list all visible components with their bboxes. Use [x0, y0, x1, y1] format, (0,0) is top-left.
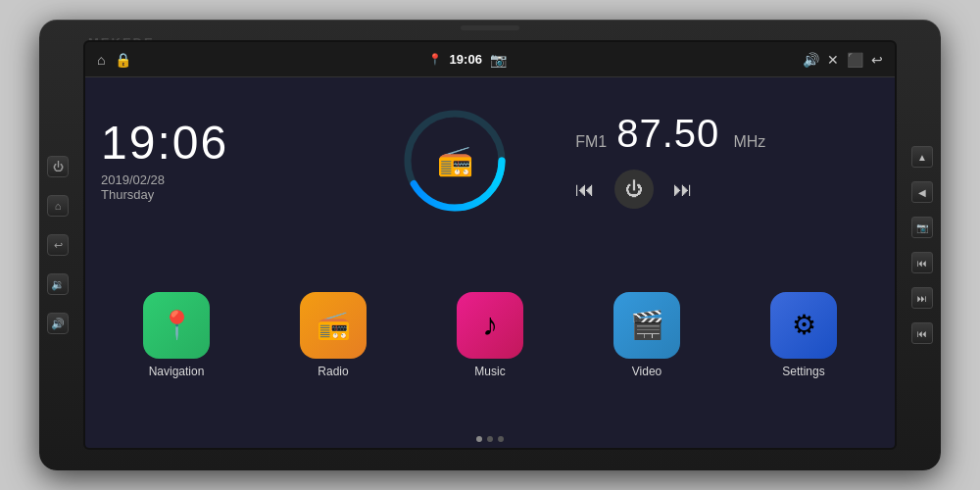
camera-button-right[interactable]: 📷 [911, 217, 933, 238]
app-navigation[interactable]: 📍 Navigation [105, 292, 248, 378]
nav-arrow-right[interactable]: ◀ [911, 181, 933, 203]
dot-3 [498, 436, 504, 442]
status-bar: ⌂ 🔒 📍 19:06 📷 🔊 ✕ ⬛ ↩ [85, 42, 895, 77]
app-settings[interactable]: ⚙ Settings [732, 292, 875, 378]
close-status-icon[interactable]: ✕ [827, 52, 839, 68]
status-bar-left: ⌂ 🔒 [97, 52, 131, 68]
device-body: MEKEDE ⏻ ⌂ ↩ 🔉 🔊 ⌂ 🔒 📍 19:06 📷 🔊 ✕ ⬛ ↩ [39, 20, 941, 470]
volume-status-icon[interactable]: 🔊 [803, 52, 819, 68]
clock-time: 19:06 [101, 120, 344, 167]
top-info-row: 19:06 2019/02/28 Thursday [85, 77, 895, 239]
settings-icon-wrap: ⚙ [770, 292, 837, 359]
video-icon: 🎬 [630, 309, 664, 341]
settings-icon: ⚙ [792, 309, 816, 341]
dot-1 [476, 436, 482, 442]
fm-prev-button[interactable]: ⏮ [575, 178, 595, 201]
power-button[interactable]: ⏻ [47, 156, 69, 177]
fm-frequency: 87.50 [616, 112, 719, 156]
left-side-buttons: ⏻ ⌂ ↩ 🔉 🔊 [47, 156, 69, 334]
status-time: 19:06 [450, 52, 482, 67]
video-label: Video [632, 365, 662, 378]
lock-status-icon: 🔒 [115, 52, 131, 68]
rewind-button[interactable]: ⏮ [911, 322, 933, 344]
fm-top-row: FM1 87.50 MHz [575, 112, 879, 156]
screen: ⌂ 🔒 📍 19:06 📷 🔊 ✕ ⬛ ↩ 19:06 [83, 40, 897, 450]
app-music[interactable]: ♪ Music [418, 292, 562, 378]
fm-controls: ⏮ ⏻ ⏭ [575, 170, 879, 209]
fm-section: FM1 87.50 MHz ⏮ ⏻ ⏭ [565, 89, 879, 231]
radio-center-icon: 📻 [437, 143, 473, 177]
fm-unit: MHz [733, 133, 765, 151]
return-status-icon[interactable]: ↩ [871, 52, 883, 68]
vol-down-button[interactable]: 🔉 [47, 273, 69, 295]
main-screen: 19:06 2019/02/28 Thursday [85, 77, 895, 448]
back-button-left[interactable]: ↩ [47, 234, 69, 256]
app-radio[interactable]: 📻 Radio [262, 292, 405, 378]
home-status-icon[interactable]: ⌂ [97, 52, 105, 68]
window-status-icon[interactable]: ⬛ [847, 52, 863, 68]
radio-app-icon: 📻 [317, 309, 351, 341]
radio-app-label: Radio [318, 365, 348, 378]
vol-up-button[interactable]: 🔊 [47, 313, 69, 334]
app-video[interactable]: 🎬 Video [575, 292, 718, 378]
fm-power-button[interactable]: ⏻ [614, 170, 654, 209]
settings-label: Settings [782, 365, 824, 378]
page-indicator [85, 436, 895, 448]
navigation-label: Navigation [149, 365, 205, 378]
status-bar-right: 🔊 ✕ ⬛ ↩ [803, 52, 883, 68]
navigation-icon: 📍 [160, 309, 194, 341]
status-bar-center: 📍 19:06 📷 [428, 52, 507, 68]
location-status-icon: 📍 [428, 53, 442, 66]
video-icon-wrap: 🎬 [613, 292, 680, 359]
top-decoration [461, 25, 519, 30]
music-icon-wrap: ♪ [457, 292, 523, 359]
clock-day: Thursday [101, 187, 344, 202]
clock-section: 19:06 2019/02/28 Thursday [101, 89, 344, 231]
skip-back-button[interactable]: ⏮ [911, 252, 933, 273]
navigation-icon-wrap: 📍 [143, 292, 210, 359]
right-side-buttons: ▲ ◀ 📷 ⏮ ⏭ ⏮ [911, 146, 933, 344]
clock-date: 2019/02/28 [101, 172, 344, 187]
radio-circle-wrap: 📻 [401, 107, 509, 215]
music-label: Music [474, 365, 505, 378]
camera-status-icon[interactable]: 📷 [490, 52, 507, 68]
apps-grid: 📍 Navigation 📻 Radio ♪ Music [85, 239, 895, 436]
up-button-right[interactable]: ▲ [911, 146, 933, 168]
skip-forward-button[interactable]: ⏭ [911, 287, 933, 309]
music-icon: ♪ [482, 307, 498, 343]
radio-circle-section[interactable]: 📻 [354, 89, 556, 231]
dot-2 [487, 436, 493, 442]
home-button-left[interactable]: ⌂ [47, 195, 69, 217]
radio-icon-wrap: 📻 [300, 292, 367, 359]
fm-label: FM1 [575, 133, 607, 151]
fm-next-button[interactable]: ⏭ [673, 178, 693, 201]
